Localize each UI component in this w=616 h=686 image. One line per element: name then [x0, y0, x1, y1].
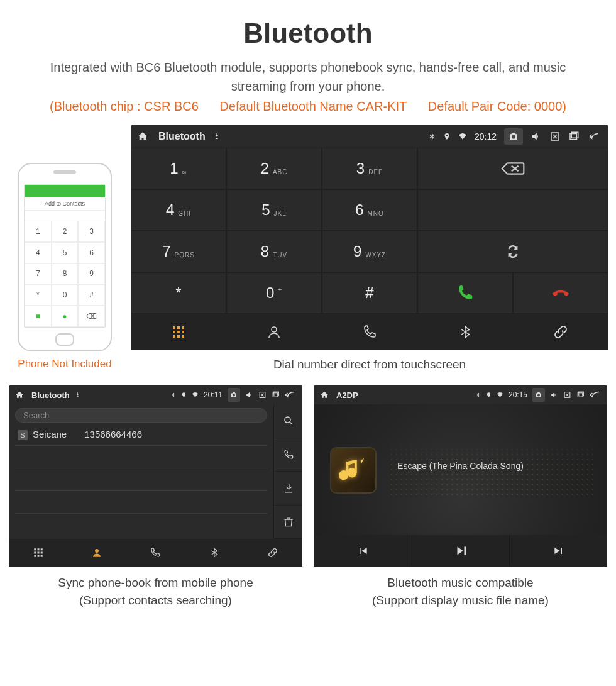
location-icon — [181, 389, 187, 401]
tab-recent[interactable] — [126, 539, 185, 567]
tab-pair[interactable] — [513, 314, 608, 350]
backspace-button[interactable] — [417, 148, 608, 189]
location-icon — [486, 389, 492, 401]
svg-rect-21 — [40, 552, 42, 554]
statusbar: Bluetooth 20:12 — [131, 125, 608, 148]
close-x-icon[interactable] — [549, 131, 561, 142]
call-button[interactable] — [273, 438, 302, 472]
back-icon[interactable] — [285, 389, 296, 401]
delete-button[interactable] — [273, 506, 302, 539]
recents-icon[interactable] — [272, 389, 280, 401]
key-hash[interactable]: # — [322, 272, 417, 314]
download-button[interactable] — [273, 472, 302, 506]
key-7[interactable]: 7PQRS — [131, 231, 226, 272]
headunit-dialer: Bluetooth 20:12 1∞ 2ABC 3DEF — [131, 125, 608, 350]
dialer-caption: Dial number direct from touchscreen — [131, 350, 608, 385]
recents-icon[interactable] — [576, 389, 585, 401]
svg-rect-2 — [173, 326, 175, 329]
back-icon[interactable] — [590, 389, 601, 401]
svg-rect-17 — [37, 548, 39, 550]
tab-bluetooth[interactable] — [417, 314, 513, 350]
svg-rect-6 — [177, 331, 180, 333]
tab-contacts[interactable] — [226, 314, 322, 350]
key-9[interactable]: 9WXYZ — [322, 231, 417, 272]
wifi-icon — [458, 131, 467, 142]
tab-pair[interactable] — [244, 539, 302, 567]
svg-point-15 — [285, 417, 290, 423]
key-3[interactable]: 3DEF — [322, 148, 417, 189]
page-description: Integrated with BC6 Bluetooth module, su… — [0, 49, 616, 99]
tab-bluetooth[interactable] — [185, 539, 243, 567]
phone-mock-column: Add to Contacts 123 456 789 *0# ■●⌫ Phon… — [8, 125, 122, 370]
key-1[interactable]: 1∞ — [131, 148, 226, 189]
svg-rect-7 — [182, 331, 184, 333]
svg-rect-18 — [40, 548, 42, 550]
tab-dialpad[interactable] — [131, 314, 226, 350]
usb-icon — [213, 133, 221, 140]
phone-caption: Phone Not Included — [8, 358, 122, 370]
search-button[interactable] — [273, 404, 302, 438]
hangup-button[interactable] — [513, 272, 608, 314]
svg-point-25 — [95, 549, 99, 553]
svg-rect-9 — [177, 335, 180, 338]
volume-icon[interactable] — [245, 389, 253, 401]
svg-rect-23 — [37, 555, 39, 557]
wifi-icon — [497, 389, 503, 401]
status-title: A2DP — [336, 390, 358, 400]
back-icon[interactable] — [587, 131, 602, 142]
key-6[interactable]: 6MNO — [322, 189, 417, 231]
key-star[interactable]: * — [131, 272, 226, 314]
home-icon[interactable] — [320, 389, 329, 401]
next-button[interactable] — [509, 535, 607, 567]
key-2[interactable]: 2ABC — [226, 148, 322, 189]
phone-keypad: 123 456 789 *0# ■●⌫ — [25, 221, 105, 327]
call-button[interactable] — [417, 272, 513, 314]
close-x-icon[interactable] — [563, 389, 571, 401]
close-x-icon[interactable] — [258, 389, 267, 401]
svg-rect-20 — [37, 552, 39, 554]
home-icon[interactable] — [137, 131, 148, 142]
key-4[interactable]: 4GHI — [131, 189, 226, 231]
key-5[interactable]: 5JKL — [226, 189, 322, 231]
home-icon[interactable] — [15, 389, 24, 401]
bluetooth-icon — [475, 389, 481, 401]
camera-icon — [230, 389, 238, 401]
screenshot-button[interactable] — [228, 388, 240, 402]
tab-contacts[interactable] — [67, 539, 126, 567]
contact-name: Seicane — [33, 429, 67, 440]
svg-point-11 — [272, 327, 277, 332]
spec-code: Default Pair Code: 0000) — [428, 99, 566, 113]
camera-icon — [535, 389, 542, 401]
page-title: Bluetooth — [0, 0, 616, 49]
location-icon — [443, 131, 451, 142]
headunit-a2dp: A2DP 20:15 Escape (The Pina Colada Song) — [314, 385, 607, 567]
volume-icon[interactable] — [531, 131, 542, 142]
spec-chip: (Bluetooth chip : CSR BC6 — [50, 99, 199, 113]
contacts-caption: Sync phone-book from mobile phone (Suppo… — [9, 567, 302, 609]
status-time: 20:12 — [475, 131, 497, 141]
key-0[interactable]: 0+ — [226, 272, 322, 314]
spec-name: Default Bluetooth Name CAR-KIT — [219, 99, 407, 113]
contact-number: 13566664466 — [84, 429, 142, 440]
swap-button[interactable] — [417, 231, 608, 272]
play-pause-button[interactable] — [412, 535, 510, 567]
screenshot-button[interactable] — [504, 128, 523, 145]
svg-rect-8 — [173, 335, 175, 338]
contact-row[interactable]: SSeicane 13566664466 — [15, 423, 267, 446]
dialer-tabs — [131, 314, 608, 350]
screenshot-button[interactable] — [532, 388, 545, 402]
headunit-contacts: Bluetooth 20:11 Search SSeicane 13 — [9, 385, 302, 567]
svg-rect-19 — [34, 552, 36, 554]
svg-rect-5 — [173, 331, 175, 333]
recents-icon[interactable] — [568, 131, 580, 142]
key-8[interactable]: 8TUV — [226, 231, 322, 272]
statusbar: A2DP 20:15 — [314, 385, 607, 404]
tab-dialpad[interactable] — [9, 539, 67, 567]
tab-recent[interactable] — [322, 314, 417, 350]
bluetooth-icon — [170, 389, 176, 401]
svg-rect-24 — [40, 555, 42, 557]
search-input[interactable]: Search — [15, 408, 267, 423]
volume-icon[interactable] — [550, 389, 558, 401]
prev-button[interactable] — [314, 535, 412, 567]
contacts-tabs — [9, 539, 302, 567]
